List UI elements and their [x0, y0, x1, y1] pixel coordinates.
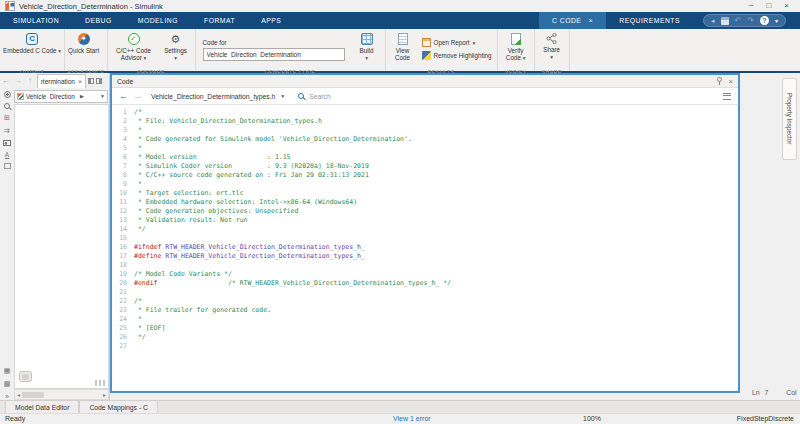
section-results: View Code Open Report ▾ Remove Highlight… — [386, 29, 498, 71]
dock-right-icon[interactable] — [96, 78, 102, 84]
close-panel-icon[interactable]: × — [729, 77, 733, 86]
tab-requirements[interactable]: REQUIREMENTS — [606, 12, 693, 29]
code-file-dropdown[interactable]: Vehicle_Direction_Determination_types.h — [151, 93, 275, 100]
collapse-toolbar-icon[interactable]: ◂ — [711, 17, 715, 25]
view-code-button[interactable]: View Code — [389, 31, 417, 67]
cursor-position-status: Ln 7 Col 60 — [752, 389, 800, 396]
solver-name[interactable]: FixedStepDiscrete — [737, 415, 794, 422]
more-tools-icon[interactable]: » — [5, 393, 9, 400]
view-code-icon — [398, 33, 408, 45]
undo-icon[interactable]: ↶ — [735, 17, 742, 25]
tab-model-data-editor[interactable]: Model Data Editor — [5, 401, 79, 413]
property-inspector-tab[interactable]: Property Inspector — [782, 78, 797, 160]
section-prepare: ✓ C/C++ Code Advisor ▾ ⚙ Settings▾ PREPA… — [108, 29, 196, 71]
annotation-icon[interactable]: A — [5, 151, 9, 158]
tab-c-code[interactable]: C CODE × — [539, 12, 606, 29]
tab-debug[interactable]: DEBUG — [72, 12, 125, 29]
pin-icon[interactable] — [716, 77, 723, 85]
code-line: 20#endif /* RTW_HEADER_Vehicle_Direction… — [112, 279, 738, 288]
signal-route-icon[interactable]: ⇉ — [4, 127, 10, 135]
verify-code-button[interactable]: Verify Code ▾ — [501, 31, 531, 67]
simulink-tool-palette: ⊞ ⇉ A ▦ ▩ » — [0, 88, 14, 400]
search-input[interactable] — [309, 93, 549, 100]
code-line: 18 — [112, 261, 738, 270]
fit-view-icon[interactable]: ⊞ — [4, 114, 10, 122]
share-icon — [546, 33, 557, 44]
close-tab-icon[interactable]: × — [78, 78, 82, 85]
caret-icon: ▾ — [174, 55, 177, 61]
code-line: 3 * — [112, 126, 738, 135]
minimize-button[interactable]: − — [749, 0, 754, 12]
remove-highlighting-button[interactable]: Remove Highlighting — [422, 51, 492, 60]
simulink-window: Vehicle_Direction_Determination - Simuli… — [0, 0, 800, 424]
section-generate-code: Code for Build▾ GENERATE CODE — [196, 29, 386, 71]
code-line: 11 * Embedded hardware selection: Intel-… — [112, 198, 738, 207]
breadcrumb-bar[interactable]: Vehicle_Direction_Determination ▶ ▼ — [14, 90, 108, 103]
line-number: 7 — [765, 389, 769, 396]
tab-modeling[interactable]: MODELING — [125, 12, 191, 29]
scrollbar-thumb[interactable] — [22, 392, 44, 398]
open-report-button[interactable]: Open Report ▾ — [422, 38, 492, 47]
zoom-icon[interactable] — [4, 103, 10, 109]
help-icon[interactable]: ? — [760, 16, 769, 25]
code-editor[interactable]: 1/*2 * File: Vehicle_Direction_Determina… — [112, 105, 738, 391]
code-for-input[interactable] — [203, 48, 345, 61]
model-canvas[interactable] — [14, 104, 109, 389]
code-back-icon[interactable]: ← — [119, 91, 128, 101]
code-line: 21 — [112, 288, 738, 297]
scroll-left-icon[interactable]: ◂ — [17, 391, 20, 398]
nav-up-icon[interactable]: ↑ — [25, 76, 35, 85]
image-icon[interactable] — [3, 140, 11, 146]
section-assistance: ✦ Quick Start ASSISTANCE — [65, 29, 107, 71]
model-tab-label: Vehicle_Direction_Determination — [41, 78, 75, 85]
gear-icon: ⚙ — [171, 33, 181, 45]
model-tab[interactable]: Vehicle_Direction_Determination × — [37, 74, 86, 88]
tab-simulation[interactable]: SIMULATION — [0, 12, 72, 29]
resize-grip[interactable] — [95, 380, 106, 386]
section-output: C Embedded C Code ▾ OUTPUT — [0, 29, 65, 71]
hide-browser-icon[interactable] — [4, 91, 11, 98]
quick-start-icon: ✦ — [78, 33, 90, 45]
status-ready: Ready — [5, 415, 25, 422]
line-label: Ln — [752, 389, 760, 396]
tab-format[interactable]: FORMAT — [191, 12, 248, 29]
close-tab-icon[interactable]: × — [588, 16, 593, 25]
tab-apps[interactable]: APPS — [248, 12, 294, 29]
section-verify: Verify Code ▾ VERIFY — [498, 29, 535, 71]
code-forward-icon[interactable]: → — [133, 91, 142, 101]
code-advisor-button[interactable]: ✓ C/C++ Code Advisor ▾ — [111, 31, 157, 67]
build-button[interactable]: Build▾ — [352, 31, 382, 67]
file-dropdown-icon[interactable]: ▼ — [280, 93, 285, 99]
quick-start-button[interactable]: ✦ Quick Start — [68, 31, 99, 67]
nav-back-icon[interactable]: ← — [1, 76, 11, 85]
quick-access-caret-icon[interactable]: ▾ — [775, 17, 778, 24]
embedded-c-code-icon: C — [26, 33, 38, 45]
model-icon — [17, 93, 24, 100]
model-badge-button[interactable] — [19, 371, 32, 382]
close-button[interactable]: × — [784, 0, 789, 12]
section-share: Share▾ SHARE — [535, 29, 570, 71]
embedded-c-code-button[interactable]: C Embedded C Code ▾ — [3, 31, 61, 67]
scroll-right-icon[interactable]: ▸ — [103, 391, 106, 398]
viewmarks-icon[interactable]: ▦ — [4, 367, 11, 375]
menu-icon[interactable] — [723, 93, 731, 100]
build-icon — [361, 33, 373, 45]
caret-icon: ▾ — [523, 55, 526, 61]
breadcrumb-dropdown-icon[interactable]: ▼ — [100, 93, 105, 99]
nav-forward-icon[interactable]: → — [13, 76, 23, 85]
sample-time-icon[interactable]: ▩ — [4, 380, 11, 388]
tab-code-mappings[interactable]: Code Mappings - C — [79, 401, 158, 413]
save-icon[interactable] — [721, 17, 729, 25]
maximize-button[interactable]: □ — [766, 0, 771, 12]
dock-left-icon[interactable] — [88, 78, 94, 84]
view-error-link[interactable]: View 1 error — [393, 415, 431, 422]
code-line: 25 * [EOF] — [112, 324, 738, 333]
code-panel-title: Code — [117, 78, 133, 85]
area-icon[interactable] — [4, 163, 11, 169]
breadcrumb-expand-icon[interactable]: ▶ — [80, 93, 84, 99]
settings-button[interactable]: ⚙ Settings▾ — [160, 31, 192, 67]
redo-icon[interactable]: ↷ — [747, 17, 754, 25]
horizontal-scrollbar[interactable]: ◂ ▸ — [14, 389, 109, 400]
code-line: 27 — [112, 342, 738, 351]
share-button[interactable]: Share▾ — [538, 31, 566, 67]
